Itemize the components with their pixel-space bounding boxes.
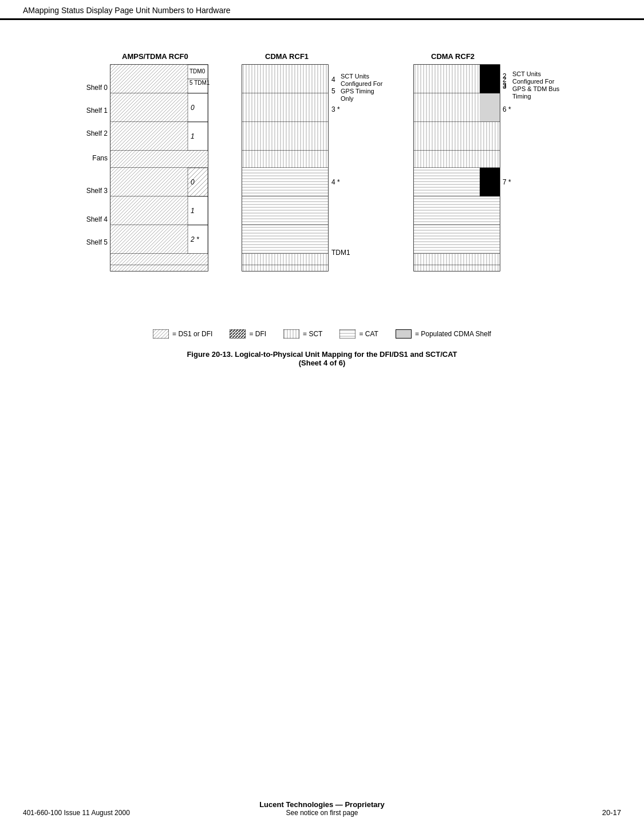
- page-number: 20-17: [602, 808, 621, 817]
- svg-text:Configured For: Configured For: [341, 80, 383, 87]
- svg-text:1: 1: [191, 207, 195, 215]
- svg-rect-98: [414, 254, 500, 265]
- svg-rect-65: [242, 254, 328, 265]
- svg-rect-62: [242, 225, 328, 254]
- svg-rect-121: [283, 329, 299, 339]
- svg-text:SCT Units: SCT Units: [512, 70, 541, 77]
- svg-rect-94: [414, 196, 500, 225]
- svg-rect-82: [480, 93, 500, 122]
- svg-text:AMPS/TDMA RCF0: AMPS/TDMA RCF0: [122, 52, 188, 61]
- svg-rect-96: [414, 225, 500, 254]
- legend-dfi-icon: [230, 329, 246, 339]
- svg-text:3: 3: [503, 81, 507, 89]
- page-header: AMapping Status Display Page Unit Number…: [0, 0, 644, 20]
- legend-cat: = CAT: [339, 329, 378, 339]
- svg-rect-29: [110, 196, 188, 225]
- svg-rect-90: [414, 168, 480, 196]
- footer-brand: Lucent Technologies — Proprietary: [0, 800, 644, 809]
- legend-sct-label: = SCT: [303, 330, 322, 338]
- svg-rect-57: [242, 168, 328, 196]
- figure-caption-line1: Figure 20-13. Logical-to-Physical Unit M…: [23, 350, 621, 359]
- svg-text:CDMA RCF2: CDMA RCF2: [431, 52, 475, 61]
- legend-cdma: = Populated CDMA Shelf: [396, 329, 491, 339]
- legend-dfi-label: = DFI: [249, 330, 266, 338]
- legend-cat-icon: [339, 329, 355, 339]
- svg-rect-55: [242, 151, 328, 168]
- footer-doc: 401-660-100 Issue 11 August 2000: [23, 809, 130, 817]
- svg-rect-48: [242, 65, 328, 93]
- legend-ds1-icon: [153, 329, 169, 339]
- svg-rect-25: [110, 168, 188, 196]
- svg-rect-67: [242, 265, 328, 271]
- legend-area: = DS1 or DFI = DFI: [23, 329, 621, 339]
- svg-text:Shelf 2: Shelf 2: [86, 129, 108, 137]
- legend-cdma-label: = Populated CDMA Shelf: [415, 330, 491, 338]
- legend-ds1-label: = DS1 or DFI: [172, 330, 212, 338]
- svg-rect-86: [414, 122, 500, 151]
- svg-rect-100: [414, 265, 500, 271]
- svg-text:Timing: Timing: [512, 93, 531, 100]
- svg-text:GPS Timing: GPS Timing: [341, 88, 374, 95]
- diagram-area: AMPS/TDMA RCF0 Shelf 0 Shelf 1 Shelf 2 F…: [23, 49, 621, 312]
- svg-rect-23: [110, 151, 208, 168]
- svg-rect-53: [242, 122, 328, 151]
- svg-text:4 *: 4 *: [331, 178, 340, 186]
- svg-rect-78: [480, 65, 500, 93]
- figure-caption-line2: (Sheet 4 of 6): [23, 359, 621, 367]
- svg-text:5: 5: [331, 87, 335, 95]
- svg-text:Configured For: Configured For: [512, 78, 555, 85]
- svg-text:SCT Units: SCT Units: [341, 73, 369, 80]
- legend-cat-label: = CAT: [359, 330, 378, 338]
- svg-text:7 *: 7 *: [503, 178, 511, 186]
- figure-caption: Figure 20-13. Logical-to-Physical Unit M…: [23, 350, 621, 367]
- svg-rect-124: [339, 329, 355, 339]
- svg-text:Shelf 4: Shelf 4: [86, 215, 108, 223]
- svg-text:2 *: 2 *: [190, 235, 199, 243]
- svg-text:TDM0: TDM0: [189, 68, 206, 74]
- svg-rect-60: [242, 196, 328, 225]
- svg-text:Shelf 5: Shelf 5: [86, 238, 108, 246]
- svg-rect-81: [414, 93, 480, 122]
- svg-text:CDMA RCF1: CDMA RCF1: [265, 52, 309, 61]
- svg-rect-77: [414, 65, 480, 93]
- svg-text:3 *: 3 *: [331, 105, 340, 113]
- main-content: AMPS/TDMA RCF0 Shelf 0 Shelf 1 Shelf 2 F…: [0, 20, 644, 396]
- svg-rect-50: [242, 93, 328, 122]
- svg-text:Only: Only: [341, 95, 354, 102]
- diagram-svg: AMPS/TDMA RCF0 Shelf 0 Shelf 1 Shelf 2 F…: [76, 49, 568, 312]
- svg-rect-15: [110, 93, 188, 122]
- svg-text:Shelf 3: Shelf 3: [86, 187, 108, 195]
- page-title: AMapping Status Display Page Unit Number…: [23, 6, 621, 15]
- svg-rect-37: [110, 254, 208, 265]
- legend-sct-icon: [283, 329, 299, 339]
- legend-ds1: = DS1 or DFI: [153, 329, 212, 339]
- legend-dfi: = DFI: [230, 329, 266, 339]
- svg-text:Fans: Fans: [92, 154, 108, 162]
- svg-text:TDM1: TDM1: [331, 249, 350, 257]
- legend-cdma-box: [396, 329, 412, 339]
- svg-rect-19: [110, 122, 188, 151]
- svg-rect-88: [414, 151, 500, 168]
- svg-text:Shelf 0: Shelf 0: [86, 84, 108, 92]
- svg-rect-39: [110, 265, 208, 271]
- svg-text:GPS & TDM Bus: GPS & TDM Bus: [512, 85, 560, 92]
- svg-rect-9: [110, 65, 188, 93]
- svg-text:0: 0: [191, 104, 195, 112]
- svg-text:Shelf 1: Shelf 1: [86, 107, 108, 115]
- svg-text:5 TDM1: 5 TDM1: [189, 80, 210, 86]
- footer-pagination: 20-17: [602, 808, 621, 817]
- svg-text:6 *: 6 *: [503, 105, 511, 113]
- svg-rect-118: [230, 329, 246, 339]
- svg-rect-115: [153, 329, 169, 339]
- svg-text:1: 1: [191, 132, 195, 140]
- svg-rect-33: [110, 225, 188, 254]
- svg-text:0: 0: [191, 178, 195, 186]
- svg-text:4: 4: [331, 76, 335, 84]
- legend-sct: = SCT: [283, 329, 322, 339]
- svg-rect-91: [480, 168, 500, 196]
